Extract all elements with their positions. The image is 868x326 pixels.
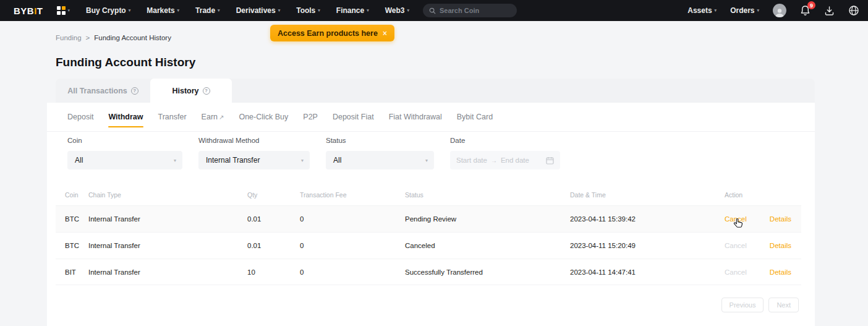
withdrawal-method-label: Withdrawal Method [198,137,310,145]
cell-qty: 10 [247,268,300,276]
chevron-down-icon: ▾ [715,8,717,13]
banner-label: Access Earn products here [278,29,378,38]
search-placeholder: Search Coin [440,7,479,14]
withdrawal-method-select[interactable]: Internal Transfer▾ [198,151,310,169]
next-button[interactable]: Next [768,298,799,312]
globe-icon [848,5,859,16]
breadcrumb-funding[interactable]: Funding [56,34,82,41]
breadcrumb-separator: > [86,34,90,41]
cell-status: Canceled [405,242,570,249]
end-date-placeholder: End date [501,157,529,164]
coin-select[interactable]: All▾ [67,151,182,169]
coin-filter-label: Coin [67,137,182,145]
chevron-down-icon: ▾ [278,8,281,13]
download-app-button[interactable] [824,6,835,16]
subtab-transfer[interactable]: Transfer [158,103,187,131]
breadcrumb: Funding > Funding Account History [56,34,171,41]
chevron-down-icon: ▾ [425,158,428,163]
col-coin: Coin [56,191,88,199]
search-icon [429,7,436,14]
cell-status: Pending Review [405,215,570,223]
language-button[interactable] [848,5,859,16]
chevron-down-icon: ▾ [757,8,759,13]
subtab-deposit-fiat[interactable]: Deposit Fiat [333,103,374,131]
status-select[interactable]: All▾ [326,151,434,169]
notifications-button[interactable]: 9 [800,5,811,16]
date-range-picker[interactable]: Start date → End date [450,151,560,169]
subtab-withdraw[interactable]: Withdraw [108,103,143,131]
cell-qty: 0.01 [247,242,300,249]
chevron-down-icon: ▾ [174,158,176,163]
bybit-logo[interactable]: BYBIT [14,6,43,16]
nav-item-trade[interactable]: Trade▾ [195,6,220,15]
top-navbar: BYBIT ▾ Buy Crypto▾ Markets▾ Trade▾ Deri… [0,0,868,21]
cell-qty: 0.01 [247,215,300,223]
status-filter-label: Status [326,137,434,145]
col-status: Status [405,191,570,199]
subtab-earn[interactable]: Earn↗ [202,103,224,131]
subtab-deposit[interactable]: Deposit [67,103,93,131]
start-date-placeholder: Start date [456,157,487,164]
range-arrow-icon: → [491,157,497,164]
earn-products-banner[interactable]: Access Earn products here × [270,25,394,41]
breadcrumb-current: Funding Account History [94,34,171,41]
date-filter-label: Date [450,137,560,145]
cell-datetime: 2023-04-11 14:47:41 [570,268,725,276]
filters-row: Coin All▾ Withdrawal Method Internal Tra… [47,137,815,169]
table-row: BIT Internal Transfer 10 0 Successfully … [56,259,801,285]
nav-item-web3[interactable]: Web3▾ [385,6,409,15]
chevron-down-icon: ▾ [129,8,131,13]
cell-fee: 0 [300,215,405,223]
cell-coin: BIT [56,268,88,276]
previous-button[interactable]: Previous [721,298,764,312]
nav-item-derivatives[interactable]: Derivatives▾ [236,6,281,15]
cell-datetime: 2023-04-11 15:39:42 [570,215,725,223]
person-icon [774,7,785,17]
subtab-p2p[interactable]: P2P [303,103,318,131]
nav-item-markets[interactable]: Markets▾ [147,6,179,15]
main-menu: Buy Crypto▾ Markets▾ Trade▾ Derivatives▾… [86,6,409,15]
details-link[interactable]: Details [770,242,791,249]
search-input[interactable]: Search Coin [423,4,517,17]
subtab-bybit-card[interactable]: Bybit Card [457,103,493,131]
col-transaction-fee: Transaction Fee [300,191,405,199]
nav-item-assets[interactable]: Assets▾ [687,6,717,15]
cell-chain-type: Internal Transfer [88,268,247,276]
apps-grid-icon[interactable]: ▾ [57,6,70,15]
cancel-link: Cancel [725,242,747,249]
tab-all-transactions[interactable]: All Transactions ? [56,79,150,103]
withdraw-history-table: Coin Chain Type Qty Transaction Fee Stat… [56,184,801,285]
tab-history[interactable]: History ? [150,79,232,103]
cell-chain-type: Internal Transfer [88,215,247,223]
close-icon[interactable]: × [383,29,387,38]
col-qty: Qty [247,191,300,199]
subtab-fiat-withdrawal[interactable]: Fiat Withdrawal [389,103,442,131]
nav-item-finance[interactable]: Finance▾ [336,6,369,15]
notification-badge: 9 [807,1,815,9]
history-card: All Transactions ? History ? Deposit Wit… [47,79,815,326]
table-header: Coin Chain Type Qty Transaction Fee Stat… [56,184,801,205]
account-tabs: All Transactions ? History ? [56,79,815,103]
user-avatar[interactable] [773,4,786,17]
nav-item-orders[interactable]: Orders▾ [730,6,759,15]
chevron-down-icon: ▾ [367,8,369,13]
details-link[interactable]: Details [770,268,791,276]
details-link[interactable]: Details [770,215,791,223]
nav-item-buy-crypto[interactable]: Buy Crypto▾ [86,6,130,15]
calendar-icon [546,157,554,165]
chevron-down-icon: ▾ [301,158,304,163]
table-row: BTC Internal Transfer 0.01 0 Canceled 20… [56,232,801,259]
cell-status: Successfully Transferred [405,268,570,276]
table-row: BTC Internal Transfer 0.01 0 Pending Rev… [56,205,801,232]
col-action: Action [725,191,801,199]
help-icon: ? [203,87,210,95]
cell-fee: 0 [300,268,405,276]
col-date-time: Date & Time [570,191,725,199]
chevron-down-icon: ▾ [68,8,70,13]
card-body: Deposit Withdraw Transfer Earn↗ One-Clic… [47,103,815,326]
subtab-one-click-buy[interactable]: One-Click Buy [239,103,288,131]
nav-item-tools[interactable]: Tools▾ [296,6,320,15]
chevron-down-icon: ▾ [318,8,320,13]
cell-datetime: 2023-04-11 15:20:49 [570,242,725,249]
col-chain-type: Chain Type [88,191,247,199]
